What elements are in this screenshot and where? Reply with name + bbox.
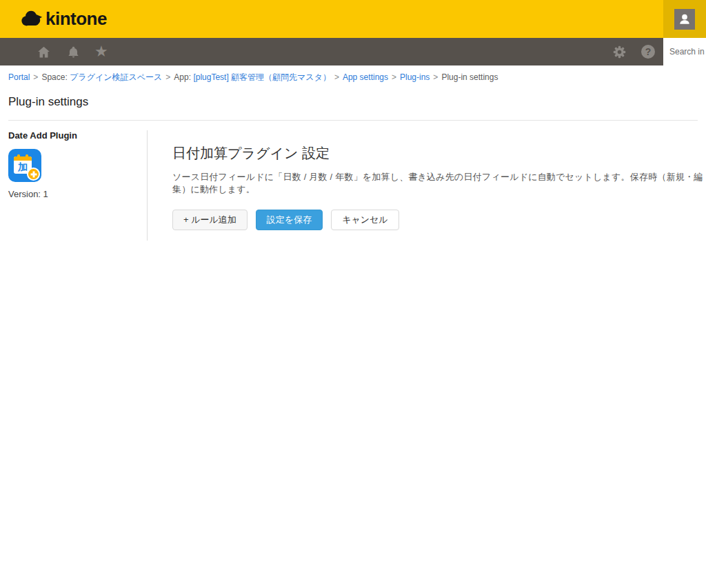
save-settings-button[interactable]: 設定を保存 (256, 210, 323, 230)
home-icon[interactable] (37, 45, 51, 59)
notifications-bell-icon[interactable] (67, 45, 80, 59)
settings-gear-icon[interactable] (612, 45, 627, 59)
breadcrumb: Portal>Space: プラグイン検証スペース>App: [plugTest… (0, 65, 706, 83)
breadcrumb-separator: > (165, 72, 170, 82)
account-area (663, 0, 706, 38)
button-row: + ルール追加 設定を保存 キャンセル (172, 210, 706, 230)
plugin-name: Date Add Plugin (8, 130, 147, 141)
plus-badge-icon (27, 168, 40, 181)
help-icon[interactable]: ? (641, 45, 655, 59)
favorites-star-icon[interactable]: ★ (94, 45, 108, 59)
breadcrumb-link-portal[interactable]: Portal (8, 72, 30, 82)
user-avatar[interactable] (674, 9, 695, 30)
plugin-sidebar: Date Add Plugin 加 Version: 1 (0, 130, 147, 241)
breadcrumb-link-space[interactable]: プラグイン検証スペース (70, 72, 162, 82)
kintone-logo-text: kintone (46, 8, 107, 30)
kintone-cloud-icon (21, 10, 43, 28)
global-search (663, 38, 706, 65)
page-title: Plug-in settings (8, 95, 698, 109)
breadcrumb-separator: > (334, 72, 339, 82)
plugin-app-icon: 加 (8, 149, 41, 182)
search-input[interactable] (663, 38, 706, 65)
plugin-description: ソース日付フィールドに「日数 / 月数 / 年数」を加算し、書き込み先の日付フィ… (172, 171, 706, 196)
breadcrumb-separator: > (433, 72, 438, 82)
breadcrumb-prefix-space: Space: (41, 72, 70, 82)
hamburger-menu-icon[interactable] (7, 46, 22, 57)
kintone-logo[interactable]: kintone (21, 8, 107, 30)
breadcrumb-link-app[interactable]: [plugTest] 顧客管理（顧問先マスタ） (193, 72, 331, 82)
breadcrumb-separator: > (33, 72, 38, 82)
content-area: Date Add Plugin 加 Version: 1 日付加算プラグイン 設… (0, 121, 706, 241)
breadcrumb-link-app-settings[interactable]: App settings (343, 72, 388, 82)
cancel-button[interactable]: キャンセル (331, 210, 399, 230)
breadcrumb-separator: > (392, 72, 396, 82)
plugin-version: Version: 1 (8, 189, 147, 199)
global-navbar: ★ ? (0, 38, 706, 65)
plugin-settings-heading: 日付加算プラグイン 設定 (172, 144, 706, 163)
add-rule-button[interactable]: + ルール追加 (172, 210, 248, 230)
breadcrumb-prefix-app: App: (174, 72, 193, 82)
breadcrumb-link-plugins[interactable]: Plug-ins (400, 72, 430, 82)
breadcrumb-current: Plug-in settings (441, 72, 498, 82)
user-icon (678, 12, 692, 26)
plugin-settings-panel: 日付加算プラグイン 設定 ソース日付フィールドに「日数 / 月数 / 年数」を加… (148, 130, 706, 241)
brand-header: kintone (0, 0, 706, 38)
